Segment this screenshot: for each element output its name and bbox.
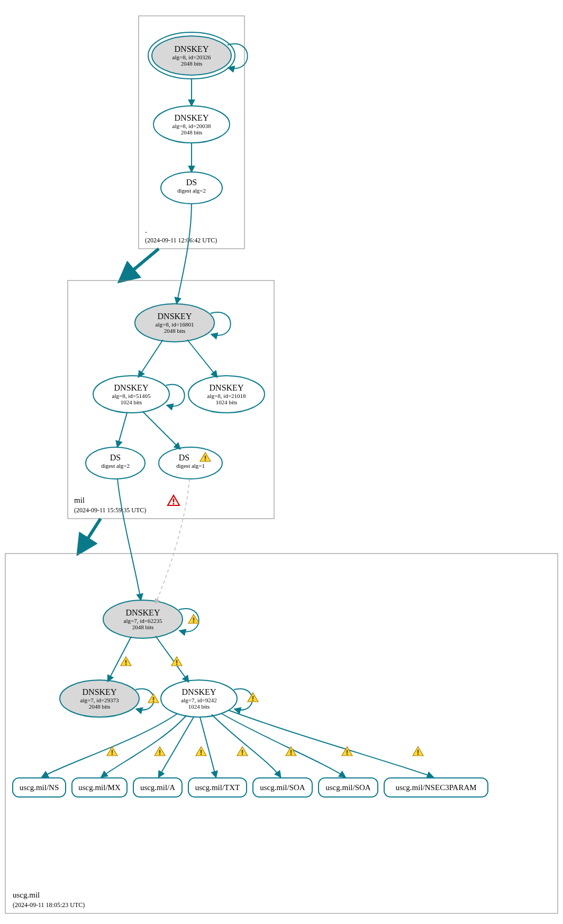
svg-text:DS: DS [110, 453, 121, 462]
svg-text:uscg.mil/MX: uscg.mil/MX [78, 783, 121, 792]
edge-mil-m2-m4 [117, 413, 127, 447]
edge-uscg-u1-u2 [108, 637, 131, 681]
svg-text:DNSKEY: DNSKEY [83, 687, 117, 696]
svg-text:alg=7, id=9242: alg=7, id=9242 [181, 697, 216, 703]
svg-text:DNSKEY: DNSKEY [175, 113, 209, 122]
node-uscg-dnskey-62235: DNSKEY alg=7, id=62235 2048 bits [103, 600, 183, 638]
svg-text:2048 bits: 2048 bits [181, 60, 203, 67]
warning-icon [121, 657, 131, 666]
dnssec-graph: . (2024-09-11 12:06:42 UTC) DNSKEY alg=8… [0, 0, 563, 924]
rr-mx: uscg.mil/MX [72, 778, 127, 797]
zone-label-uscg: uscg.mil [13, 891, 40, 899]
node-root-ds: DS digest alg=2 [161, 172, 222, 204]
rr-a: uscg.mil/A [133, 778, 182, 797]
edge-u3-txt [200, 717, 216, 777]
rr-soa-1: uscg.mil/SOA [253, 778, 312, 797]
zone-box-uscg [5, 554, 558, 913]
svg-text:alg=7, id=62235: alg=7, id=62235 [124, 618, 162, 624]
node-root-dnskey-20038: DNSKEY alg=8, id=20038 2048 bits [153, 106, 230, 143]
svg-text:uscg.mil/SOA: uscg.mil/SOA [325, 783, 371, 792]
edge-mil-m1-m2 [139, 340, 163, 377]
edge-delegation-root-mil [121, 249, 159, 280]
svg-text:1024 bits: 1024 bits [188, 703, 210, 710]
node-root-dnskey-20326: DNSKEY alg=8, id=20326 2048 bits [148, 32, 235, 79]
svg-text:digest alg=1: digest alg=1 [176, 463, 205, 469]
node-uscg-dnskey-9242: DNSKEY alg=7, id=9242 1024 bits [161, 680, 237, 717]
node-mil-ds-alg1: DS digest alg=1 [159, 447, 222, 479]
svg-text:1024 bits: 1024 bits [121, 399, 142, 405]
svg-text:uscg.mil/NS: uscg.mil/NS [20, 783, 59, 792]
warning-icon [171, 657, 182, 666]
zone-label-mil: mil [74, 496, 85, 504]
rr-ns: uscg.mil/NS [13, 778, 66, 797]
svg-text:alg=8, id=16801: alg=8, id=16801 [156, 321, 194, 328]
edge-root-ds-mil-m1 [177, 204, 192, 303]
node-uscg-dnskey-29373: DNSKEY alg=7, id=29373 2048 bits [60, 680, 139, 717]
svg-text:uscg.mil/TXT: uscg.mil/TXT [195, 783, 240, 792]
node-mil-dnskey-21018: DNSKEY alg=8, id=21018 1024 bits [188, 376, 265, 413]
svg-text:digest alg=2: digest alg=2 [101, 463, 130, 469]
warning-icon [237, 747, 248, 756]
svg-text:2048 bits: 2048 bits [164, 328, 186, 334]
svg-text:2048 bits: 2048 bits [181, 129, 203, 135]
svg-text:digest alg=2: digest alg=2 [177, 187, 206, 194]
svg-text:alg=8, id=20038: alg=8, id=20038 [172, 123, 211, 129]
svg-text:alg=8, id=21018: alg=8, id=21018 [207, 393, 246, 399]
warning-icon [155, 747, 165, 756]
warning-icon [413, 747, 423, 756]
zone-label-root: . [145, 226, 147, 234]
svg-text:uscg.mil/NSEC3PARAM: uscg.mil/NSEC3PARAM [395, 783, 476, 792]
rr-nsec3param: uscg.mil/NSEC3PARAM [384, 778, 488, 797]
zone-time-root: (2024-09-11 12:06:42 UTC) [145, 237, 217, 244]
node-mil-ds-alg2: DS digest alg=2 [86, 447, 145, 479]
svg-text:DNSKEY: DNSKEY [210, 383, 244, 392]
svg-text:DNSKEY: DNSKEY [114, 383, 149, 392]
edge-u3-soa1 [212, 714, 280, 777]
svg-text:DS: DS [186, 178, 197, 187]
node-mil-dnskey-16801: DNSKEY alg=8, id=16801 2048 bits [135, 304, 214, 342]
node-mil-dnskey-51405: DNSKEY alg=8, id=51405 1024 bits [93, 376, 169, 413]
zone-time-uscg: (2024-09-11 18:05:23 UTC) [13, 901, 85, 909]
edge-uscg-u1-u3 [156, 636, 188, 682]
edge-delegation-mil-uscg [79, 519, 101, 552]
rr-txt: uscg.mil/TXT [188, 778, 247, 797]
svg-text:DS: DS [179, 453, 189, 462]
edge-mil-m2-m5 [143, 412, 180, 449]
svg-text:uscg.mil/SOA: uscg.mil/SOA [260, 783, 305, 792]
svg-text:alg=7, id=29373: alg=7, id=29373 [80, 697, 119, 703]
warning-icon [148, 694, 159, 703]
svg-text:DNSKEY: DNSKEY [126, 608, 160, 617]
svg-text:alg=8, id=51405: alg=8, id=51405 [112, 393, 151, 399]
warning-icon [248, 693, 258, 702]
warning-icon [188, 614, 199, 623]
edge-mil-m1-m3 [187, 340, 217, 377]
svg-text:2048 bits: 2048 bits [132, 624, 154, 630]
rr-soa-2: uscg.mil/SOA [319, 778, 378, 797]
edge-mil-ds2-uscg-u1 [117, 479, 141, 600]
svg-text:alg=8, id=20326: alg=8, id=20326 [172, 54, 211, 60]
svg-text:DNSKEY: DNSKEY [182, 687, 216, 696]
svg-text:uscg.mil/A: uscg.mil/A [140, 783, 175, 792]
edge-u3-soa2 [221, 713, 345, 777]
error-icon [168, 495, 179, 505]
svg-text:DNSKEY: DNSKEY [158, 312, 192, 321]
edge-u3-ns [42, 713, 178, 777]
svg-text:1024 bits: 1024 bits [216, 399, 238, 405]
svg-text:2048 bits: 2048 bits [89, 703, 111, 710]
svg-text:DNSKEY: DNSKEY [175, 44, 209, 53]
edge-u3-nsec3 [229, 710, 433, 777]
zone-time-mil: (2024-09-11 15:59:35 UTC) [74, 506, 146, 514]
warning-icon [196, 747, 206, 756]
